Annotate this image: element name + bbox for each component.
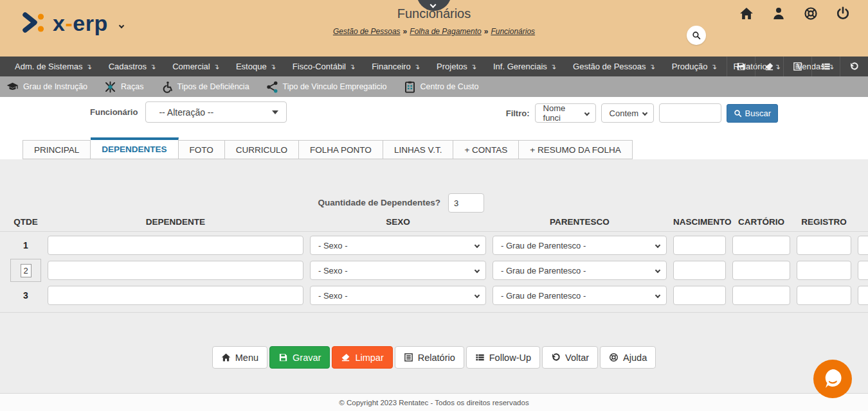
column-header-dependente: DEPENDENTE: [48, 217, 303, 227]
breadcrumb-link[interactable]: Folha de Pagamento: [410, 27, 481, 36]
filtro-label: Filtro:: [506, 109, 530, 118]
home-icon: [221, 353, 231, 362]
shortcut-racas[interactable]: Raças: [104, 81, 143, 93]
menu-inf-gerenciais[interactable]: Inf. Gerenciais↴: [485, 57, 565, 76]
menu-adm-de-sistemas[interactable]: Adm. de Sistemas↴: [6, 57, 100, 76]
toolbar-followup-button[interactable]: [811, 57, 840, 76]
sexo-select[interactable]: - Sexo -: [310, 236, 486, 255]
tab-contas[interactable]: + CONTAS: [453, 140, 519, 159]
chat-widget-button[interactable]: [813, 360, 852, 398]
chevron-down-icon: [655, 293, 660, 298]
chevron-down-icon: [655, 243, 660, 248]
dependents-quantity-input[interactable]: [448, 193, 484, 213]
tab-resumo-da-folha[interactable]: + RESUMO DA FOLHA: [519, 140, 632, 159]
extra-input-cutoff[interactable]: [858, 286, 868, 305]
search-filter-group: Filtro: Nome funci Contem Buscar: [506, 103, 778, 123]
breadcrumb-link[interactable]: Funcionários: [491, 27, 535, 36]
tab-dependentes[interactable]: DEPENDENTES: [91, 137, 178, 159]
extra-input-cutoff[interactable]: [858, 261, 868, 280]
buscar-button[interactable]: Buscar: [727, 104, 778, 123]
gravar-button[interactable]: Gravar: [269, 346, 330, 369]
dependente-name-input[interactable]: [48, 286, 303, 305]
toolbar-save-button[interactable]: [727, 57, 755, 76]
shortcut-centro-de-custo[interactable]: Centro de Custo: [404, 81, 479, 93]
dependents-quantity-label: Quantidade de Dependentes?: [318, 198, 440, 207]
home-icon[interactable]: [739, 6, 754, 21]
tab-foto[interactable]: FOTO: [179, 140, 225, 159]
filter-field-select[interactable]: Nome funci: [535, 103, 596, 123]
eraser-icon: [764, 62, 774, 71]
filter-search-input[interactable]: [659, 103, 721, 123]
menu-financeiro[interactable]: Financeiro↴: [363, 57, 428, 76]
menu-button[interactable]: Menu: [212, 346, 267, 369]
parentesco-select[interactable]: - Grau de Parentesco -: [493, 261, 667, 280]
header: x-erp Funcionários Gestão de Pessoas»Fol…: [0, 0, 868, 57]
parentesco-select[interactable]: - Grau de Parentesco -: [493, 236, 667, 255]
breadcrumb: Gestão de Pessoas»Folha de Pagamento»Fun…: [0, 27, 868, 36]
main-menu-bar: Adm. de Sistemas↴ Cadastros↴ Comercial↴ …: [0, 57, 868, 76]
filter-operator-select[interactable]: Contem: [601, 103, 654, 123]
funcionario-label: Funcionário: [90, 107, 138, 117]
sexo-select[interactable]: - Sexo -: [310, 286, 486, 305]
life-ring-icon: [609, 353, 619, 362]
shortcut-tipo-de-vinculo[interactable]: Tipo de Vinculo Empregaticio: [266, 81, 387, 93]
relatorio-button[interactable]: Relatório: [395, 346, 464, 369]
shortcut-tipos-de-deficiencia[interactable]: Tipos de Deficiência: [161, 81, 249, 93]
shortcut-grau-de-instrucao[interactable]: Grau de Instrução: [6, 81, 87, 93]
funcionario-select[interactable]: -- Alteração --: [145, 101, 287, 123]
ajuda-button[interactable]: Ajuda: [600, 346, 656, 369]
dependente-name-input[interactable]: [48, 261, 303, 280]
follow-up-button[interactable]: Follow-Up: [466, 346, 540, 369]
breadcrumb-link[interactable]: Gestão de Pessoas: [333, 27, 401, 36]
menu-projetos[interactable]: Projetos↴: [428, 57, 485, 76]
global-search-button[interactable]: [687, 26, 706, 45]
menu-estoque[interactable]: Estoque↴: [228, 57, 284, 76]
chevron-down-icon: [642, 110, 647, 116]
tab-principal[interactable]: PRINCIPAL: [23, 140, 91, 159]
tab-linhas-vt[interactable]: LINHAS V.T.: [383, 140, 454, 159]
voltar-button[interactable]: Voltar: [542, 346, 598, 369]
help-life-ring-icon[interactable]: [804, 6, 818, 21]
menu-comercial[interactable]: Comercial↴: [164, 57, 228, 76]
registro-input[interactable]: [797, 286, 851, 305]
tab-folha-ponto[interactable]: FOLHA PONTO: [299, 140, 383, 159]
quick-action-toolbar: [727, 57, 868, 76]
parentesco-select[interactable]: - Grau de Parentesco -: [493, 286, 667, 305]
nascimento-input[interactable]: [673, 236, 726, 255]
cartorio-input[interactable]: [732, 286, 790, 305]
toolbar-back-button[interactable]: [840, 57, 868, 76]
toolbar-clear-button[interactable]: [755, 57, 783, 76]
tab-curriculo[interactable]: CURRICULO: [225, 140, 299, 159]
column-header-registro: REGISTRO: [797, 217, 851, 227]
save-icon: [278, 353, 288, 362]
registro-input[interactable]: [797, 261, 851, 280]
cartorio-input[interactable]: [732, 261, 790, 280]
registro-input[interactable]: [797, 236, 851, 255]
dependents-table-header: QTDE DEPENDENTE SEXO PARENTESCO NASCIMEN…: [0, 217, 868, 232]
menu-gestao-de-pessoas[interactable]: Gestão de Pessoas↴: [565, 57, 664, 76]
power-icon[interactable]: [836, 6, 850, 21]
app-window: x-erp Funcionários Gestão de Pessoas»Fol…: [0, 0, 868, 411]
chat-bubble-icon: [813, 360, 852, 398]
submenu-arrow-icon: ↴: [213, 63, 219, 71]
dependente-name-input[interactable]: [48, 236, 303, 255]
row-number-focused-cell[interactable]: 2: [10, 259, 41, 282]
nascimento-input[interactable]: [673, 286, 726, 305]
breadcrumb-separator: »: [403, 27, 408, 36]
user-icon[interactable]: [772, 6, 786, 21]
share-nodes-icon: [266, 81, 278, 93]
funcionario-filter: Funcionário -- Alteração --: [90, 101, 287, 123]
nascimento-input[interactable]: [673, 261, 726, 280]
menu-producao[interactable]: Produção↴: [664, 57, 725, 76]
report-icon: [404, 353, 413, 362]
extra-input-cutoff[interactable]: [858, 236, 868, 255]
menu-cadastros[interactable]: Cadastros↴: [100, 57, 164, 76]
menu-fisco-contabil[interactable]: Fisco-Contábil↴: [284, 57, 363, 76]
sexo-select[interactable]: - Sexo -: [310, 261, 486, 280]
toolbar-report-button[interactable]: [783, 57, 811, 76]
cartorio-input[interactable]: [732, 236, 790, 255]
limpar-button[interactable]: Limpar: [332, 346, 392, 369]
eraser-icon: [341, 353, 350, 362]
row-number: 2: [21, 264, 32, 277]
clipboard-calculator-icon: [404, 81, 416, 93]
